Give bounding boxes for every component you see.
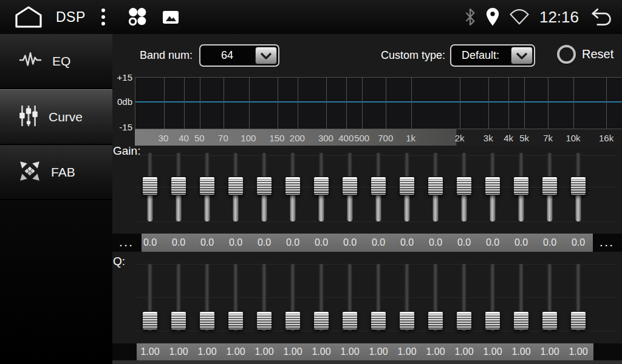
q-track-upper[interactable]	[176, 264, 182, 314]
gain-track-upper[interactable]	[347, 153, 353, 178]
q-slider-thumb[interactable]	[399, 311, 415, 330]
reset-radio-icon[interactable]	[557, 45, 576, 64]
q-slider[interactable]	[371, 261, 386, 334]
q-slider-thumb[interactable]	[342, 311, 358, 330]
q-slider-thumb[interactable]	[199, 311, 215, 330]
gain-more-right-button[interactable]: ...	[593, 234, 622, 252]
gain-slider[interactable]	[342, 149, 358, 225]
gain-track-upper[interactable]	[319, 153, 324, 178]
gain-track-lower[interactable]	[233, 193, 239, 221]
q-track-upper[interactable]	[233, 264, 239, 314]
gain-track-lower[interactable]	[576, 193, 581, 221]
q-track-upper[interactable]	[205, 264, 210, 314]
q-slider[interactable]	[285, 261, 301, 334]
q-slider-thumb[interactable]	[142, 311, 158, 330]
gain-slider-thumb[interactable]	[285, 177, 301, 195]
q-slider-thumb[interactable]	[428, 311, 443, 330]
gain-slider[interactable]	[313, 149, 329, 225]
gain-slider[interactable]	[285, 149, 301, 225]
q-slider[interactable]	[456, 261, 472, 334]
q-slider[interactable]	[542, 261, 558, 334]
gain-track-upper[interactable]	[176, 153, 182, 178]
gain-slider[interactable]	[456, 149, 472, 225]
gain-slider[interactable]	[570, 149, 586, 225]
q-slider[interactable]	[171, 261, 186, 334]
q-slider[interactable]	[256, 261, 272, 334]
q-slider-thumb[interactable]	[228, 311, 244, 330]
gain-track-lower[interactable]	[519, 193, 524, 221]
q-slider[interactable]	[428, 261, 443, 334]
chevron-down-icon[interactable]	[511, 47, 533, 64]
q-slider-thumb[interactable]	[371, 311, 386, 330]
gain-track-lower[interactable]	[433, 193, 439, 221]
gain-track-lower[interactable]	[262, 193, 267, 221]
gain-more-left-button[interactable]: ...	[112, 234, 142, 252]
gain-slider-thumb[interactable]	[371, 177, 386, 195]
gain-track-upper[interactable]	[233, 153, 239, 178]
gain-track-lower[interactable]	[347, 193, 353, 221]
q-slider-thumb[interactable]	[171, 311, 186, 330]
gain-track-lower[interactable]	[405, 193, 410, 221]
home-icon[interactable]	[13, 5, 44, 29]
clover-apps-icon[interactable]	[126, 5, 149, 29]
q-track-upper[interactable]	[405, 264, 410, 314]
q-slider-thumb[interactable]	[513, 311, 529, 330]
gain-track-upper[interactable]	[433, 153, 439, 178]
q-slider[interactable]	[342, 261, 358, 334]
gain-slider[interactable]	[513, 149, 529, 225]
gain-slider[interactable]	[142, 149, 158, 225]
q-track-upper[interactable]	[262, 264, 267, 314]
gain-track-upper[interactable]	[576, 153, 581, 178]
q-slider[interactable]	[313, 261, 329, 334]
q-slider[interactable]	[228, 261, 244, 334]
gain-slider[interactable]	[371, 149, 386, 225]
gain-slider[interactable]	[171, 149, 186, 225]
custom-type-select[interactable]: Default:	[450, 44, 535, 67]
gain-slider[interactable]	[428, 149, 443, 225]
gain-track-upper[interactable]	[290, 153, 296, 178]
gain-slider[interactable]	[228, 149, 244, 225]
q-track-upper[interactable]	[347, 264, 353, 314]
gain-track-lower[interactable]	[462, 193, 467, 221]
gain-slider-thumb[interactable]	[171, 177, 186, 195]
q-slider-thumb[interactable]	[570, 311, 586, 330]
gain-slider-thumb[interactable]	[199, 177, 215, 195]
gain-slider-thumb[interactable]	[313, 177, 329, 195]
sidebar-item-curve[interactable]: Curve	[0, 89, 112, 145]
q-slider-thumb[interactable]	[485, 311, 501, 330]
sidebar-item-fab[interactable]: FAB	[0, 145, 112, 200]
q-track-upper[interactable]	[519, 264, 524, 314]
gain-slider[interactable]	[542, 149, 558, 225]
q-slider-thumb[interactable]	[256, 311, 272, 330]
gain-slider-thumb[interactable]	[428, 177, 443, 195]
q-track-upper[interactable]	[576, 264, 581, 314]
gain-track-lower[interactable]	[319, 193, 324, 221]
q-track-upper[interactable]	[462, 264, 467, 314]
gain-slider[interactable]	[485, 149, 501, 225]
gain-slider-thumb[interactable]	[542, 177, 558, 195]
q-slider[interactable]	[142, 261, 158, 334]
gain-slider[interactable]	[199, 149, 215, 225]
q-slider[interactable]	[513, 261, 529, 334]
q-slider-thumb[interactable]	[285, 311, 301, 330]
gain-slider-thumb[interactable]	[399, 177, 415, 195]
q-track-upper[interactable]	[490, 264, 496, 314]
q-slider[interactable]	[485, 261, 501, 334]
gain-track-lower[interactable]	[490, 193, 496, 221]
gain-track-upper[interactable]	[519, 153, 524, 178]
gain-track-lower[interactable]	[148, 193, 153, 221]
back-arrow-icon[interactable]	[588, 8, 613, 26]
gain-slider-thumb[interactable]	[456, 177, 472, 195]
q-slider[interactable]	[199, 261, 215, 334]
kebab-menu-icon[interactable]	[99, 7, 108, 27]
gain-track-upper[interactable]	[547, 153, 553, 178]
gain-track-upper[interactable]	[490, 153, 496, 178]
gain-slider-thumb[interactable]	[342, 177, 358, 195]
gain-slider-thumb[interactable]	[570, 177, 586, 195]
q-slider-thumb[interactable]	[542, 311, 558, 330]
gain-track-lower[interactable]	[547, 193, 553, 221]
gain-track-lower[interactable]	[205, 193, 210, 221]
gain-track-upper[interactable]	[462, 153, 467, 178]
gain-slider[interactable]	[399, 149, 415, 225]
q-slider-thumb[interactable]	[313, 311, 329, 330]
